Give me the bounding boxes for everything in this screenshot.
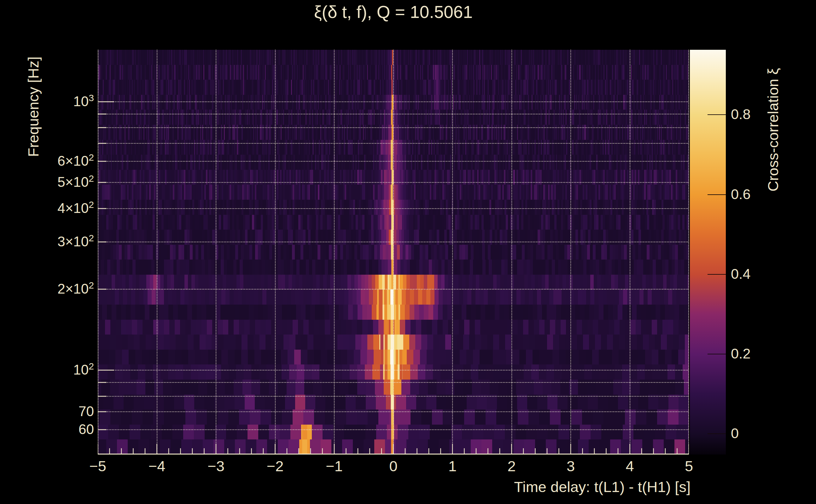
colorbar-gradient: [690, 50, 726, 455]
figure-root: ξ(δ t, f), Q = 10.5061 Frequency [Hz] Cr…: [0, 0, 816, 504]
x-tick-label-2: 2: [493, 457, 531, 475]
colorbar-tick-label-0.8: 0.8: [731, 106, 781, 123]
heatmap-canvas: [98, 50, 689, 455]
colorbar-tick-label-0.2: 0.2: [731, 346, 781, 362]
colorbar-tick-0.8: [708, 114, 726, 115]
colorbar-tick-label-0.4: 0.4: [731, 266, 781, 282]
x-tick-label-3: 3: [552, 457, 589, 475]
y-tick-label-500: 5×102: [0, 174, 94, 192]
colorbar-tick-label-0.6: 0.6: [731, 186, 781, 203]
y-tick-label-400: 4×102: [0, 200, 94, 218]
colorbar-tick-0.6: [708, 194, 726, 195]
x-tick-label--1: −1: [315, 457, 353, 475]
x-tick-label-4: 4: [611, 457, 649, 475]
colorbar-tick-0.2: [708, 354, 726, 354]
chart-title: ξ(δ t, f), Q = 10.5061: [98, 2, 689, 22]
colorbar-tick-0: [708, 433, 726, 434]
y-tick-label-1000: 103: [0, 93, 94, 111]
y-tick-label-70: 70: [0, 403, 94, 420]
colorbar-tick-0.4: [708, 274, 726, 275]
x-tick-label--2: −2: [256, 457, 294, 475]
colorbar-tick-label-0: 0: [731, 425, 781, 442]
x-tick-label-1: 1: [434, 457, 471, 475]
x-tick-label--5: −5: [79, 457, 117, 475]
x-tick-label-0: 0: [375, 457, 412, 475]
y-tick-label-100: 102: [0, 362, 94, 380]
y-tick-label-60: 60: [0, 421, 94, 438]
x-tick-label--4: −4: [138, 457, 176, 475]
x-tick-label-5: 5: [670, 457, 708, 475]
y-tick-label-600: 6×102: [0, 153, 94, 171]
y-tick-label-300: 3×102: [0, 233, 94, 251]
x-tick-label--3: −3: [197, 457, 235, 475]
y-tick-label-200: 2×102: [0, 281, 94, 299]
x-axis-title: Time delay: t(L1) - t(H1) [s]: [375, 478, 691, 495]
